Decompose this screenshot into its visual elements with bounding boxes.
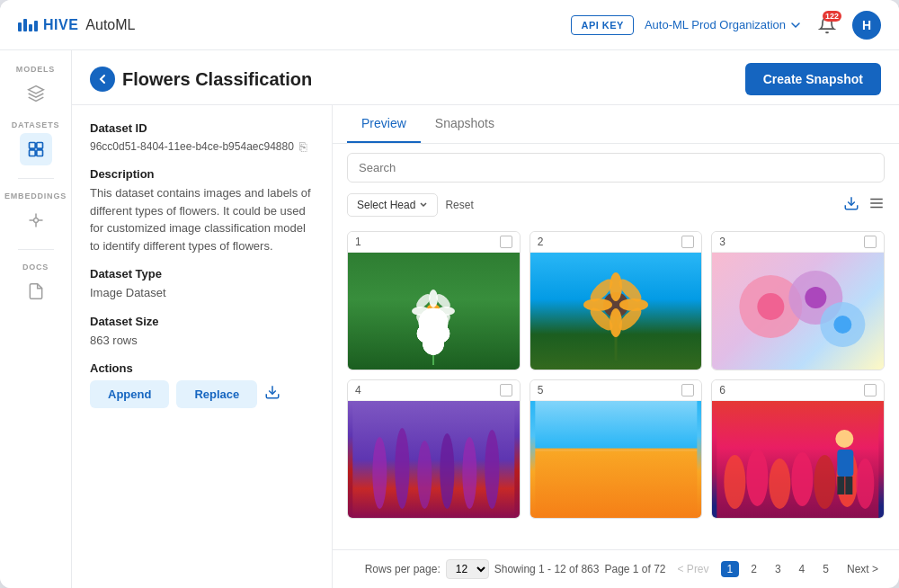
grid-item-number-3: 3 (719, 236, 725, 248)
sidebar-section-embeddings: EMBEDDINGS (0, 188, 71, 240)
sidebar-item-docs[interactable] (20, 275, 52, 307)
grid-checkbox-3[interactable] (864, 236, 877, 248)
svg-point-53 (770, 459, 791, 509)
grid-image-1 (348, 253, 520, 370)
svg-point-19 (412, 307, 430, 316)
grid-item-3: 3 (711, 231, 885, 370)
back-button[interactable] (90, 67, 115, 92)
grid-image-6 (712, 401, 884, 518)
svg-point-36 (758, 293, 785, 320)
search-input[interactable] (347, 153, 885, 183)
page-3-button[interactable]: 3 (769, 561, 788, 577)
page-title: Flowers Classification (122, 69, 312, 90)
sidebar-docs-label: DOCS (22, 263, 49, 272)
actions-label: Actions (90, 361, 314, 375)
grid-item-number-4: 4 (355, 384, 361, 396)
copy-icon[interactable]: ⎘ (299, 139, 307, 154)
notification-badge: 122 (823, 11, 841, 22)
svg-point-43 (395, 428, 409, 509)
grid-item-number-1: 1 (355, 236, 361, 248)
download-icon[interactable] (264, 384, 280, 405)
dataset-size-value: 863 rows (90, 332, 314, 350)
notifications-button[interactable]: 122 (813, 11, 841, 40)
sidebar-item-embeddings[interactable] (20, 204, 52, 236)
svg-rect-59 (838, 450, 854, 477)
grid-item-number-2: 2 (538, 236, 544, 248)
tab-preview[interactable]: Preview (347, 105, 421, 143)
actions-row: Append Replace (90, 380, 314, 408)
svg-rect-1 (29, 143, 35, 149)
grid-item-1: 1 (347, 231, 521, 370)
page-label: Page 1 of 72 (604, 563, 665, 575)
dataset-id-field: Dataset ID 96cc0d51-8404-11ee-b4ce-b954a… (90, 121, 314, 155)
toolbar-right (843, 195, 885, 216)
grid-item-6: 6 (711, 379, 885, 519)
next-page-button[interactable]: Next > (841, 561, 885, 577)
svg-point-52 (747, 449, 769, 506)
avatar[interactable]: H (852, 11, 881, 40)
logo: HIVE AutoML (18, 17, 135, 33)
search-bar (333, 144, 899, 190)
svg-rect-48 (535, 401, 697, 518)
svg-point-55 (814, 455, 836, 509)
sidebar-divider (18, 178, 54, 179)
sidebar: MODELS DATASETS EMBEDDINGS DOCS (0, 50, 72, 588)
sidebar-embeddings-label: EMBEDDINGS (4, 192, 67, 200)
description-value: This dataset contains images and labels … (90, 184, 314, 254)
logo-hive-text: HIVE (43, 17, 78, 33)
actions-field: Actions Append Replace (90, 361, 314, 408)
right-panel: Preview Snapshots Select Head (333, 105, 899, 588)
menu-icon[interactable] (868, 195, 885, 216)
showing-label: Showing 1 - 12 of 863 (494, 563, 600, 575)
api-key-button[interactable]: API KEY (571, 15, 634, 35)
grid: 1 (347, 231, 885, 519)
sidebar-datasets-label: DATASETS (12, 120, 60, 129)
svg-point-16 (426, 304, 441, 318)
page-5-button[interactable]: 5 (816, 561, 835, 577)
append-button[interactable]: Append (90, 380, 169, 408)
image-grid: 1 (333, 224, 899, 549)
grid-item-number-6: 6 (719, 384, 725, 396)
grid-checkbox-6[interactable] (864, 384, 877, 396)
page-1-button[interactable]: 1 (721, 561, 740, 577)
grid-checkbox-2[interactable] (681, 236, 694, 248)
svg-point-45 (440, 433, 454, 509)
dataset-size-label: Dataset Size (90, 315, 314, 328)
chevron-down-icon (789, 19, 802, 31)
replace-button[interactable]: Replace (176, 380, 257, 408)
tab-snapshots[interactable]: Snapshots (421, 105, 509, 143)
dataset-type-field: Dataset Type Image Dataset (90, 267, 314, 302)
page-2-button[interactable]: 2 (744, 561, 763, 577)
svg-point-24 (414, 311, 433, 330)
dataset-id-row: 96cc0d51-8404-11ee-b4ce-b954aec94880 ⎘ (90, 138, 314, 155)
svg-marker-0 (28, 86, 43, 94)
sidebar-section-models: MODELS (0, 61, 71, 113)
grid-checkbox-5[interactable] (681, 384, 694, 396)
grid-item-2: 2 (530, 231, 703, 370)
create-snapshot-button[interactable]: Create Snapshot (745, 63, 881, 95)
select-head-button[interactable]: Select Head (347, 193, 438, 217)
svg-rect-61 (846, 477, 853, 494)
svg-point-40 (834, 316, 852, 334)
page-4-button[interactable]: 4 (793, 561, 812, 577)
rows-per-page-label: Rows per page: (365, 563, 441, 575)
reset-button[interactable]: Reset (445, 199, 473, 211)
grid-image-4 (348, 401, 520, 518)
download-toolbar-icon[interactable] (843, 195, 859, 216)
prev-page-button[interactable]: < Prev (672, 561, 716, 577)
svg-point-38 (806, 287, 827, 308)
svg-rect-60 (838, 477, 845, 494)
org-selector[interactable]: Auto-ML Prod Organization (645, 18, 802, 31)
grid-checkbox-1[interactable] (500, 236, 512, 248)
grid-checkbox-4[interactable] (500, 384, 512, 396)
toolbar: Select Head Reset (333, 190, 899, 224)
sidebar-divider-2 (18, 249, 54, 250)
svg-point-5 (33, 218, 38, 223)
sidebar-section-docs: DOCS (0, 259, 71, 311)
grid-item-number-5: 5 (538, 384, 544, 396)
page-header: Flowers Classification Create Snapshot (72, 50, 899, 105)
sidebar-item-datasets[interactable] (20, 133, 52, 165)
rows-per-page-select[interactable]: 12 24 48 (446, 559, 489, 579)
svg-rect-4 (36, 150, 42, 156)
sidebar-item-models[interactable] (20, 77, 52, 110)
